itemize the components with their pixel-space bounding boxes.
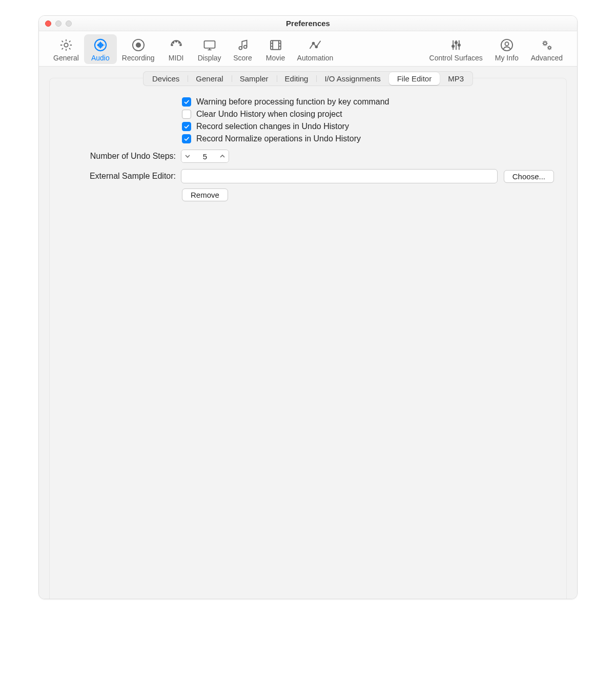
- svg-point-16: [455, 41, 457, 44]
- checkbox-label: Warning before processing function by ke…: [196, 97, 389, 107]
- undo-steps-label: Number of Undo Steps:: [62, 152, 181, 161]
- remove-button[interactable]: Remove: [182, 188, 228, 201]
- midi-icon: [169, 37, 184, 53]
- svg-point-14: [315, 46, 317, 48]
- toolbar-tab-automation[interactable]: Automation: [292, 34, 339, 64]
- checkbox-label: Record selection changes in Undo History: [196, 122, 349, 131]
- toolbar-tab-label: Audio: [91, 54, 110, 62]
- toolbar-tab-audio[interactable]: Audio: [84, 34, 117, 64]
- checkbox-row: Record Normalize operations in Undo Hist…: [182, 134, 554, 143]
- checkbox-row: Warning before processing function by ke…: [182, 97, 554, 107]
- titlebar: Preferences: [39, 16, 577, 31]
- svg-point-13: [313, 43, 315, 45]
- recording-icon: [131, 37, 146, 53]
- toolbar-tab-myinfo[interactable]: My Info: [490, 34, 524, 64]
- checkbox-label: Clear Undo History when closing project: [196, 110, 342, 119]
- preferences-toolbar: GeneralAudioRecordingMIDIDisplayScoreMov…: [39, 31, 577, 67]
- svg-point-0: [64, 43, 68, 47]
- checkbox-row: Clear Undo History when closing project: [182, 110, 554, 119]
- svg-point-3: [136, 43, 140, 47]
- toolbar-tab-label: MIDI: [169, 54, 184, 62]
- stepper-down-button[interactable]: [181, 150, 194, 162]
- toolbar-tab-general[interactable]: General: [48, 34, 84, 64]
- subtab-sampler[interactable]: Sampler: [232, 72, 277, 85]
- subtab-devices[interactable]: Devices: [144, 72, 188, 85]
- display-icon: [202, 37, 217, 53]
- svg-point-8: [180, 45, 181, 46]
- general-icon: [58, 37, 74, 53]
- toolbar-tab-recording[interactable]: Recording: [117, 34, 160, 64]
- svg-point-19: [505, 42, 508, 46]
- toolbar-tab-label: Control Surfaces: [429, 54, 483, 62]
- file-editor-settings: Warning before processing function by ke…: [62, 97, 554, 201]
- checkbox[interactable]: [182, 97, 191, 107]
- checkbox-label: Record Normalize operations in Undo Hist…: [196, 134, 361, 143]
- toolbar-tab-label: Automation: [297, 54, 334, 62]
- subtab-editing[interactable]: Editing: [277, 72, 317, 85]
- score-icon: [235, 37, 251, 53]
- automation-icon: [307, 37, 323, 53]
- checkbox[interactable]: [182, 122, 191, 131]
- advanced-icon: [539, 37, 555, 53]
- checkbox-row: Record selection changes in Undo History: [182, 122, 554, 131]
- toolbar-tab-label: Display: [198, 54, 221, 62]
- choose-button[interactable]: Choose...: [504, 170, 554, 183]
- svg-point-20: [544, 42, 546, 45]
- svg-point-17: [458, 44, 460, 46]
- toolbar-tab-advanced[interactable]: Advanced: [526, 34, 568, 64]
- preferences-window: Preferences GeneralAudioRecordingMIDIDis…: [38, 15, 578, 599]
- surfaces-icon: [448, 37, 464, 53]
- preferences-body: DevicesGeneralSamplerEditingI/O Assignme…: [39, 67, 577, 599]
- window-title: Preferences: [39, 19, 577, 28]
- subtab-general[interactable]: General: [188, 72, 231, 85]
- subtabs: DevicesGeneralSamplerEditingI/O Assignme…: [61, 71, 555, 86]
- audio-icon: [93, 37, 108, 53]
- svg-point-15: [452, 45, 454, 47]
- svg-point-6: [178, 42, 179, 43]
- toolbar-tab-label: General: [53, 54, 79, 62]
- toolbar-tab-label: Recording: [122, 54, 155, 62]
- subtab-file-editor[interactable]: File Editor: [389, 72, 440, 85]
- toolbar-tab-label: Advanced: [531, 54, 563, 62]
- svg-point-4: [175, 41, 176, 42]
- toolbar-tab-midi[interactable]: MIDI: [160, 34, 193, 64]
- toolbar-tab-score[interactable]: Score: [227, 34, 259, 64]
- toolbar-tab-display[interactable]: Display: [193, 34, 227, 64]
- svg-point-21: [548, 47, 550, 49]
- svg-point-5: [173, 42, 174, 43]
- undo-steps-value: 5: [194, 152, 216, 161]
- toolbar-tab-label: Movie: [266, 54, 285, 62]
- svg-rect-12: [271, 40, 281, 50]
- toolbar-tab-label: Score: [233, 54, 252, 62]
- toolbar-tab-label: My Info: [495, 54, 519, 62]
- checkbox[interactable]: [182, 134, 191, 143]
- toolbar-tab-surfaces[interactable]: Control Surfaces: [424, 34, 488, 64]
- checkbox[interactable]: [182, 110, 191, 119]
- audio-file-editor-panel: DevicesGeneralSamplerEditingI/O Assignme…: [49, 78, 567, 599]
- subtab-i-o-assignments[interactable]: I/O Assignments: [316, 72, 388, 85]
- external-editor-path-field[interactable]: [181, 169, 498, 183]
- subtab-mp3[interactable]: MP3: [440, 72, 472, 85]
- myinfo-icon: [499, 37, 515, 53]
- undo-steps-stepper[interactable]: 5: [181, 150, 229, 163]
- toolbar-tab-movie[interactable]: Movie: [259, 34, 292, 64]
- external-editor-label: External Sample Editor:: [62, 172, 181, 181]
- svg-rect-9: [204, 41, 215, 48]
- svg-point-7: [171, 45, 172, 46]
- stepper-up-button[interactable]: [216, 150, 229, 162]
- movie-icon: [268, 37, 283, 53]
